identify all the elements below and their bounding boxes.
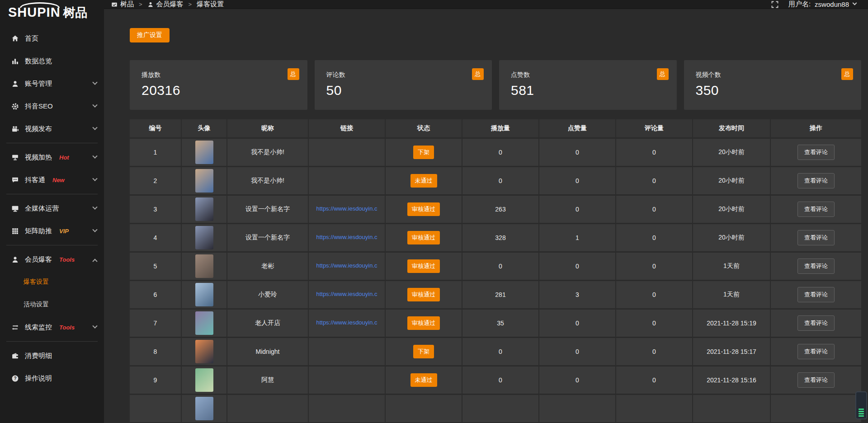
user-menu[interactable]: 用户名: zswodun88 (788, 0, 856, 9)
total-badge: 总 (472, 68, 484, 80)
status-badge: 未通过 (410, 373, 437, 387)
sidebar-item-home[interactable]: 首页 (0, 27, 104, 50)
stat-card-videos: 视频个数 350 总 (684, 60, 862, 110)
fullscreen-icon[interactable] (771, 1, 778, 8)
avatar (195, 397, 213, 420)
view-comments-button[interactable]: 查看评论 (797, 315, 835, 331)
stat-cards: 播放数 20316 总 评论数 50 总 点赞数 581 总 视频个数 350 (130, 60, 861, 110)
status-badge: 下架 (413, 345, 434, 358)
bar-chart-icon (11, 57, 19, 65)
person-icon (147, 1, 154, 8)
status-badge: 审核通过 (407, 316, 440, 330)
stat-value: 50 (326, 83, 481, 98)
status-badge: 审核通过 (407, 202, 440, 216)
sidebar-item-douketong[interactable]: 抖客通 New (0, 169, 104, 191)
menu-divider (6, 341, 98, 342)
status-badge: 审核通过 (407, 288, 440, 301)
sidebar-item-omnimedia[interactable]: 全媒体运营 (0, 197, 104, 220)
gear-icon (11, 102, 19, 110)
sidebar-item-video-publish[interactable]: 视频发布 (0, 118, 104, 140)
table-row: 3 设置一个新名字 https://www.iesdouyin.c 审核通过 2… (130, 196, 861, 224)
sidebar-item-matrix-boost[interactable]: 矩阵助推 VIP (0, 220, 104, 242)
breadcrumb-item-member-baoke[interactable]: 会员爆客 (147, 0, 184, 9)
breadcrumb-separator: > (139, 1, 142, 8)
col-likes: 点赞量 (539, 119, 616, 139)
view-comments-button[interactable]: 查看评论 (797, 173, 835, 188)
svg-text:?: ? (14, 376, 16, 381)
sidebar-item-douyin-seo[interactable]: 抖音SEO (0, 95, 104, 118)
col-comments: 评论量 (616, 119, 693, 139)
col-nickname: 昵称 (227, 119, 309, 139)
chevron-down-icon (92, 324, 97, 329)
status-badge: 未通过 (410, 174, 437, 188)
view-comments-button[interactable]: 查看评论 (797, 230, 835, 245)
chevron-up-icon (92, 259, 97, 264)
logo-arc-icon (20, 2, 60, 8)
view-comments-button[interactable]: 查看评论 (797, 258, 835, 274)
table-header-row: 编号 头像 昵称 链接 状态 播放量 点赞量 评论量 发布时间 操作 (130, 119, 861, 139)
video-link[interactable]: https://www.iesdouyin.c (316, 291, 377, 297)
video-link[interactable]: https://www.iesdouyin.c (316, 319, 377, 326)
view-comments-button[interactable]: 查看评论 (797, 202, 835, 217)
stat-label: 评论数 (326, 71, 481, 79)
table-row: 5 老彬 https://www.iesdouyin.c 审核通过 0 0 0 … (130, 253, 861, 281)
sidebar-item-member-baoke[interactable]: 会员爆客 Tools (0, 248, 104, 271)
breadcrumb-item-shupin[interactable]: 树品 (111, 0, 134, 9)
menu-divider (6, 245, 98, 245)
col-publish-time: 发布时间 (693, 119, 771, 139)
view-comments-button[interactable]: 查看评论 (797, 287, 835, 302)
video-link[interactable]: https://www.iesdouyin.c (316, 205, 377, 212)
stat-label: 视频个数 (696, 71, 851, 79)
stat-value: 20316 (142, 83, 297, 98)
stat-value: 581 (511, 83, 666, 98)
video-link[interactable]: https://www.iesdouyin.c (316, 262, 377, 269)
floating-widget[interactable] (855, 391, 867, 419)
chevron-down-icon (853, 1, 857, 5)
total-badge: 总 (657, 68, 669, 80)
col-plays: 播放量 (462, 119, 539, 139)
brand-logo[interactable]: SHUPIN树品 (0, 0, 104, 26)
sidebar-item-lead-monitor[interactable]: 线索监控 Tools (0, 316, 104, 338)
col-link: 链接 (309, 119, 386, 139)
table-row: 1 我不是小帅! 下架 0 0 0 20小时前 查看评论 (130, 139, 861, 167)
col-avatar: 头像 (182, 119, 227, 139)
username-label: 用户名: (788, 0, 811, 9)
sidebar-item-data-overview[interactable]: 数据总览 (0, 50, 104, 72)
wallet-icon (11, 352, 19, 360)
chevron-down-icon (92, 80, 97, 85)
stat-label: 播放数 (142, 71, 297, 79)
avatar (195, 197, 213, 221)
stat-value: 350 (696, 83, 851, 98)
table-row: 4 设置一个新名字 https://www.iesdouyin.c 审核通过 3… (130, 224, 861, 253)
view-comments-button[interactable]: 查看评论 (797, 372, 835, 388)
chevron-down-icon (92, 205, 97, 210)
sidebar-item-instructions[interactable]: ? 操作说明 (0, 367, 104, 390)
table-row: 2 我不是小帅! 未通过 0 0 0 20小时前 查看评论 (130, 167, 861, 196)
avatar (195, 141, 213, 164)
view-comments-button[interactable]: 查看评论 (797, 344, 835, 359)
member-baoke-submenu: 爆客设置 活动设置 (0, 271, 104, 316)
sidebar-subitem-activity-settings[interactable]: 活动设置 (0, 293, 104, 316)
widget-bar (859, 413, 864, 414)
sidebar: SHUPIN树品 首页 数据总览 账号管理 抖音SEO (0, 0, 104, 423)
menu-divider (6, 194, 98, 194)
heat-screen-icon (11, 153, 19, 161)
table-row: 7 老人开店 https://www.iesdouyin.c 审核通过 35 0… (130, 310, 861, 338)
sidebar-item-account-management[interactable]: 账号管理 (0, 72, 104, 95)
grid-icon (11, 227, 19, 235)
col-id: 编号 (130, 119, 182, 139)
sidebar-subitem-baoke-settings[interactable]: 爆客设置 (0, 271, 104, 293)
status-badge: 审核通过 (407, 259, 440, 273)
sidebar-item-spending-detail[interactable]: 消费明细 (0, 344, 104, 367)
video-camera-icon (11, 125, 19, 133)
video-link[interactable]: https://www.iesdouyin.c (316, 234, 377, 240)
menu-divider (6, 143, 98, 143)
avatar (195, 169, 213, 193)
avatar (195, 226, 213, 249)
stat-label: 点赞数 (511, 71, 666, 79)
avatar (195, 340, 213, 363)
promotion-settings-button[interactable]: 推广设置 (130, 28, 170, 42)
sidebar-item-video-heat[interactable]: 视频加热 Hot (0, 146, 104, 169)
view-comments-button[interactable]: 查看评论 (797, 145, 835, 160)
avatar (195, 283, 213, 306)
